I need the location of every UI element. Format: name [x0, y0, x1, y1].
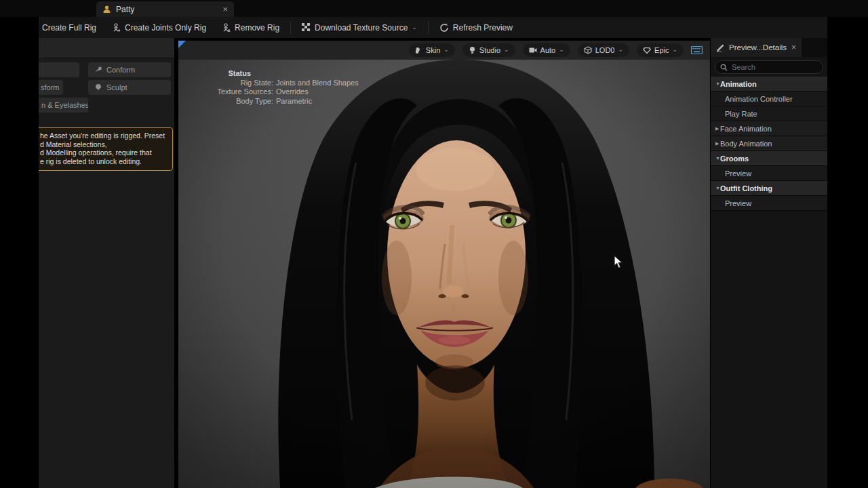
tree-category-outfit-clothing[interactable]: ▼Outfit Clothing: [711, 181, 827, 196]
tab-bar: Patty ×: [0, 0, 868, 17]
refresh-icon: [439, 23, 449, 33]
keyboard-icon: [691, 46, 703, 54]
3d-viewport[interactable]: Skin ⌄ Studio ⌄ Auto ⌄: [178, 41, 710, 488]
chevron-down-icon: ⌄: [443, 46, 449, 53]
tab-patty[interactable]: Patty ×: [96, 1, 234, 17]
lighting-studio-dropdown[interactable]: Studio ⌄: [462, 43, 515, 57]
chevron-down-icon: ⌄: [504, 46, 509, 53]
preview-details-panel: Preview...Details × Search ▼Animation An…: [711, 38, 827, 488]
status-title: Status: [186, 69, 273, 79]
tree-category-body-animation[interactable]: ▶Body Animation: [711, 136, 827, 151]
texture-checker-icon: [302, 23, 311, 32]
details-tree: ▼Animation Animation Controller Play Rat…: [711, 77, 827, 211]
status-value: Overrides: [273, 87, 309, 97]
tree-item-grooms-preview[interactable]: Preview: [711, 166, 827, 181]
toolbar-separator: [428, 21, 429, 35]
tree-item-animation-controller[interactable]: Animation Controller: [711, 92, 827, 106]
rig-add-icon: [111, 23, 121, 33]
conform-button[interactable]: Conform: [88, 62, 171, 77]
viewport-toolbar: Skin ⌄ Studio ⌄ Auto ⌄: [178, 41, 710, 60]
chevron-down-icon: ⌄: [559, 46, 564, 53]
main-toolbar: Create Full Rig Create Joints Only Rig R…: [39, 17, 827, 38]
skin-preview-dropdown[interactable]: Skin ⌄: [409, 43, 455, 57]
lightbulb-icon: [469, 46, 476, 54]
viewport-focus-triangle: [178, 41, 186, 48]
details-pencil-icon: [716, 43, 725, 52]
tree-category-grooms[interactable]: ▼Grooms: [711, 151, 827, 166]
status-value: Joints and Blend Shapes: [273, 79, 359, 88]
create-full-rig-button[interactable]: Create Full Rig: [39, 17, 104, 38]
triangle-expanded-icon: ▼: [711, 81, 720, 86]
conform-icon: [94, 66, 102, 74]
sculpt-button[interactable]: Sculpt: [88, 80, 171, 95]
triangle-expanded-icon: ▼: [711, 186, 720, 190]
status-label: Rig State:: [186, 79, 273, 88]
toolbar-separator: [290, 21, 291, 35]
tree-item-outfit-preview[interactable]: Preview: [711, 196, 827, 211]
character-preview-render: [178, 41, 710, 488]
create-joints-only-rig-button[interactable]: Create Joints Only Rig: [104, 17, 214, 38]
lod-dropdown[interactable]: LOD0 ⌄: [578, 43, 629, 57]
character-asset-icon: [102, 5, 111, 14]
triangle-collapsed-icon: ▶: [711, 141, 720, 146]
search-icon: [720, 64, 728, 71]
status-label: Texture Sources:: [186, 87, 273, 97]
remove-rig-button[interactable]: Remove Rig: [214, 17, 287, 38]
mouse-cursor: [614, 255, 624, 272]
keyboard-shortcuts-button[interactable]: [691, 46, 703, 54]
download-texture-source-button[interactable]: Download Texture Source ⌄: [294, 17, 425, 38]
status-value: Parametric: [273, 97, 312, 106]
tab-close-icon[interactable]: ×: [222, 5, 228, 14]
search-placeholder: Search: [732, 63, 755, 71]
tree-category-animation[interactable]: ▼Animation: [711, 77, 827, 92]
skin-icon: [415, 47, 422, 54]
status-label: Body Type:: [186, 97, 273, 106]
tree-item-play-rate[interactable]: Play Rate: [711, 106, 827, 121]
warning-line: e rig is deleted to unlock editing.: [40, 157, 167, 166]
warning-line: he Asset you're editing is rigged. Prese…: [40, 131, 167, 140]
warning-line: d Material selections,: [40, 140, 167, 149]
lod-cube-icon: [584, 46, 592, 54]
tool-button-cropped[interactable]: [39, 62, 79, 77]
chevron-down-icon: ⌄: [618, 46, 624, 53]
triangle-collapsed-icon: ▶: [711, 126, 720, 131]
camera-icon: [529, 47, 537, 54]
details-tab-strip: Preview...Details ×: [711, 38, 827, 57]
metahuman-editor-window: Patty × Create Full Rig Create Joints On…: [0, 0, 868, 488]
details-search-input[interactable]: Search: [715, 60, 823, 74]
tab-title: Patty: [116, 5, 134, 14]
panel-close-icon[interactable]: ×: [791, 43, 796, 52]
tools-panel-header: [39, 38, 174, 58]
refresh-preview-button[interactable]: Refresh Preview: [432, 17, 520, 38]
tool-button-cropped-form[interactable]: sform: [39, 80, 63, 95]
quality-epic-dropdown[interactable]: Epic ⌄: [637, 43, 684, 57]
chevron-down-icon: ⌄: [412, 24, 417, 30]
eyelashes-button[interactable]: n & Eyelashes: [39, 98, 88, 113]
chevron-down-icon: ⌄: [672, 46, 677, 53]
triangle-expanded-icon: ▼: [711, 156, 720, 161]
rig-status-block: Status Rig State:Joints and Blend Shapes…: [186, 69, 359, 106]
warning-line: d Modelling operations, require that: [40, 148, 167, 157]
sculpt-icon: [94, 83, 102, 92]
rig-remove-icon: [221, 23, 231, 33]
tree-category-face-animation[interactable]: ▶Face Animation: [711, 121, 827, 136]
tab-preview-details[interactable]: Preview...Details ×: [711, 38, 802, 57]
quality-diamond-icon: [643, 47, 651, 54]
rig-locked-warning: he Asset you're editing is rigged. Prese…: [39, 127, 173, 171]
tools-panel: Conform sform Sculpt n & Eyelashes he As…: [39, 38, 174, 488]
camera-auto-dropdown[interactable]: Auto ⌄: [523, 43, 570, 57]
